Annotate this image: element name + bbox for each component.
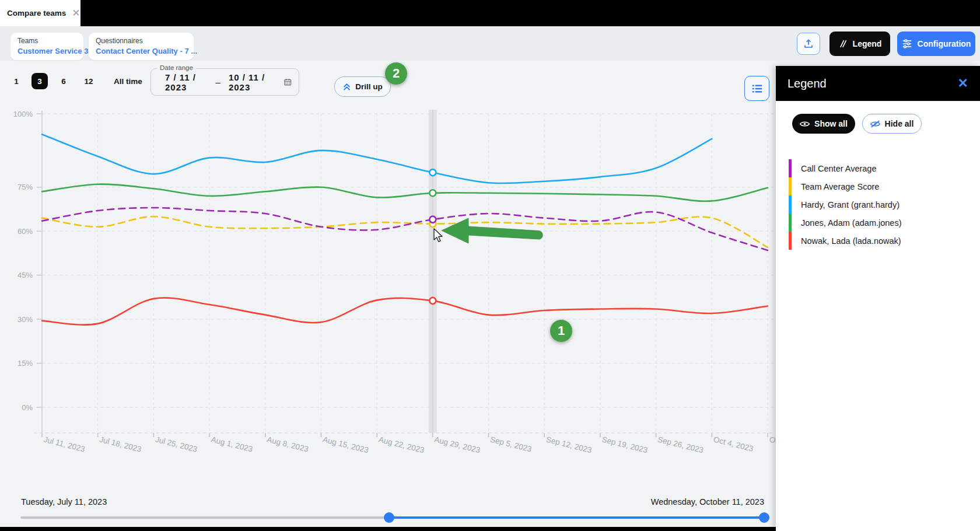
y-tick-label: 45%	[18, 271, 33, 280]
legend-item[interactable]: Call Center Average	[789, 159, 974, 177]
slider-selected-range[interactable]	[389, 516, 764, 519]
hide-all-label: Hide all	[885, 119, 914, 128]
drill-up-label: Drill up	[355, 82, 383, 91]
series-line[interactable]	[42, 216, 768, 247]
x-tick-label: Oct 11, 2023	[768, 435, 776, 454]
y-tick-label: 15%	[18, 359, 33, 368]
legend-item[interactable]: Team Average Score	[789, 177, 974, 195]
legend-item-label: Hardy, Grant (grant.hardy)	[801, 200, 900, 209]
eye-off-icon	[870, 120, 880, 128]
period-option-all-time[interactable]: All time	[111, 73, 145, 89]
x-tick-label: Sep 5, 2023	[489, 435, 533, 453]
x-tick-label: Jul 11, 2023	[43, 435, 86, 453]
legend-drawer-header: Legend ✕	[776, 66, 980, 101]
double-chevron-up-icon	[342, 82, 351, 91]
legend-item[interactable]: Hardy, Grant (grant.hardy)	[789, 195, 974, 214]
filter-label: Teams	[18, 37, 76, 45]
date-end-input[interactable]: 10 / 11 / 2023	[229, 72, 275, 92]
period-option-6[interactable]: 6	[55, 73, 72, 89]
legend-color-swatch	[789, 159, 792, 177]
slider-start-label: Tuesday, July 11, 2023	[21, 497, 107, 506]
tab-close-icon[interactable]: ✕	[72, 8, 80, 18]
export-button[interactable]	[797, 33, 820, 55]
x-tick-label: Aug 29, 2023	[433, 435, 481, 455]
date-range-field[interactable]: Date range 7 / 11 / 2023 – 10 / 11 / 202…	[150, 68, 299, 96]
legend-color-swatch	[789, 195, 792, 214]
annotation-arrow	[442, 218, 542, 243]
sliders-icon	[902, 39, 912, 48]
x-tick-label: Aug 22, 2023	[377, 435, 425, 455]
calendar-icon[interactable]	[284, 76, 292, 88]
legend-item-label: Nowak, Lada (lada.nowak)	[801, 236, 901, 246]
series-point-marker[interactable]	[429, 216, 436, 223]
annotation-badge-1: 1	[550, 320, 572, 342]
legend-color-swatch	[789, 214, 792, 232]
legend-color-swatch	[789, 232, 792, 250]
filter-value[interactable]: Contact Center Quality - 7 ...	[96, 47, 187, 55]
x-tick-label: Aug 15, 2023	[322, 435, 370, 455]
x-tick-label: Oct 4, 2023	[713, 435, 754, 453]
series-line[interactable]	[42, 208, 768, 250]
period-option-12[interactable]: 12	[80, 73, 97, 89]
slider-handle-end[interactable]	[759, 512, 769, 523]
legend-item-label: Team Average Score	[801, 182, 879, 191]
x-tick-label: Aug 1, 2023	[210, 435, 253, 453]
y-tick-label: 60%	[18, 227, 33, 236]
y-tick-label: 0%	[22, 403, 33, 412]
x-tick-label: Sep 12, 2023	[545, 435, 593, 455]
y-tick-label: 30%	[18, 315, 33, 324]
show-all-label: Show all	[814, 119, 848, 128]
series-line[interactable]	[42, 184, 768, 201]
series-list-button[interactable]	[744, 76, 769, 101]
legend-color-swatch	[789, 177, 792, 195]
series-point-marker[interactable]	[429, 298, 436, 304]
legend-item-label: Call Center Average	[801, 164, 877, 173]
filter-chip-questionnaires[interactable]: Questionnaires Contact Center Quality - …	[89, 33, 194, 60]
show-all-button[interactable]: Show all	[792, 114, 855, 134]
date-range-slider: Tuesday, July 11, 2023 Wednesday, Octobe…	[0, 495, 776, 527]
series-point-marker[interactable]	[429, 190, 436, 196]
configuration-button-label: Configuration	[918, 39, 971, 48]
legend-drawer-title: Legend	[788, 77, 827, 90]
comparison-line-chart[interactable]: 0%15%30%45%60%75%100%Jul 11, 2023Jul 18,…	[0, 98, 776, 471]
legend-drawer-close-icon[interactable]: ✕	[958, 77, 968, 90]
upload-icon	[803, 39, 814, 49]
date-start-input[interactable]: 7 / 11 / 2023	[165, 72, 208, 92]
tab-title: Compare teams	[7, 9, 66, 18]
x-tick-label: Jul 25, 2023	[155, 435, 198, 453]
x-tick-label: Jul 18, 2023	[99, 435, 142, 453]
slider-handle-start[interactable]	[384, 512, 394, 523]
period-option-1[interactable]: 1	[8, 73, 24, 89]
date-range-separator: –	[216, 77, 220, 87]
legend-toggle-button[interactable]: Legend	[830, 32, 890, 56]
app-header: Teams Customer Service 3 Questionnaires …	[0, 26, 980, 61]
filter-value[interactable]: Customer Service 3	[18, 47, 76, 55]
bottom-bar	[0, 527, 776, 531]
x-tick-label: Aug 8, 2023	[266, 435, 309, 453]
drill-up-button[interactable]: Drill up	[334, 76, 391, 97]
x-tick-label: Sep 26, 2023	[657, 435, 705, 455]
filter-chip-teams[interactable]: Teams Customer Service 3	[10, 33, 83, 60]
legend-item[interactable]: Nowak, Lada (lada.nowak)	[789, 232, 974, 250]
series-line[interactable]	[42, 298, 768, 324]
period-option-3[interactable]: 3	[32, 73, 48, 89]
annotation-badge-2: 2	[385, 62, 407, 85]
window-tab-bar: Compare teams ✕	[0, 0, 980, 26]
configuration-button[interactable]: Configuration	[897, 32, 975, 56]
legend-button-label: Legend	[853, 39, 882, 48]
eye-icon	[800, 120, 810, 128]
legend-drawer: Legend ✕ Show all Hide all Call Center A…	[776, 66, 980, 531]
y-tick-label: 100%	[13, 110, 33, 118]
tab-compare-teams[interactable]: Compare teams ✕	[0, 0, 80, 26]
hide-all-button[interactable]: Hide all	[862, 114, 922, 134]
x-tick-label: Sep 19, 2023	[601, 435, 649, 455]
filter-label: Questionnaires	[96, 37, 187, 45]
legend-items-list: Call Center AverageTeam Average ScoreHar…	[789, 159, 974, 250]
legend-item[interactable]: Jones, Adam (adam.jones)	[789, 214, 974, 232]
legend-item-label: Jones, Adam (adam.jones)	[801, 218, 901, 228]
date-range-label: Date range	[157, 64, 196, 71]
edit-pen-icon	[838, 39, 848, 48]
series-point-marker[interactable]	[429, 169, 436, 176]
y-tick-label: 75%	[18, 183, 33, 191]
slider-end-label: Wednesday, October 11, 2023	[651, 497, 764, 506]
